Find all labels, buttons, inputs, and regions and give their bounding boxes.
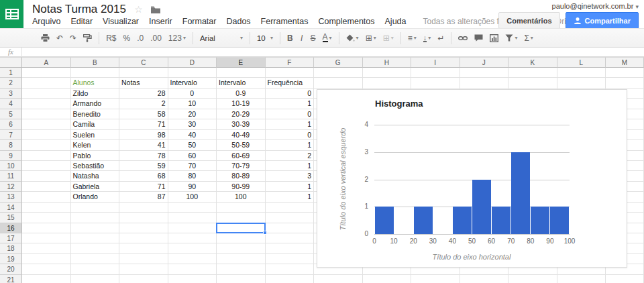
column-header-B[interactable]: B: [71, 57, 120, 68]
row-header-17[interactable]: 17: [0, 233, 22, 243]
cell-A6[interactable]: [22, 119, 71, 129]
chart-bar-0-10[interactable]: [375, 207, 394, 234]
row-header-9[interactable]: 9: [0, 151, 22, 161]
cell-D8[interactable]: 50: [168, 140, 217, 150]
cell-J1[interactable]: [460, 68, 509, 78]
sheets-logo-icon[interactable]: [0, 0, 23, 28]
merge-cells-button[interactable]: ⊞▾: [380, 32, 397, 45]
row-header-8[interactable]: 8: [0, 140, 22, 150]
row-header-21[interactable]: 21: [0, 275, 22, 283]
menu-visualizar[interactable]: Visualizar: [103, 17, 139, 26]
row-header-20[interactable]: 20: [0, 264, 22, 274]
chart-bar-90-100[interactable]: [550, 207, 569, 234]
cell-A7[interactable]: [22, 130, 71, 140]
cell-D10[interactable]: 70: [168, 161, 217, 171]
chart-bar-40-50[interactable]: [453, 207, 472, 234]
cell-C20[interactable]: [119, 264, 168, 274]
cell-J2[interactable]: [460, 78, 509, 88]
cell-F6[interactable]: 1: [266, 119, 315, 129]
cell-D4[interactable]: 10: [168, 99, 217, 109]
insert-chart-button[interactable]: [486, 32, 502, 45]
insert-link-button[interactable]: [455, 32, 471, 45]
formula-input[interactable]: [22, 48, 644, 57]
cell-B20[interactable]: [71, 264, 120, 274]
cell-C15[interactable]: [119, 213, 168, 223]
row-header-6[interactable]: 6: [0, 119, 22, 129]
row-header-11[interactable]: 11: [0, 171, 22, 181]
cell-A9[interactable]: [22, 151, 71, 161]
cell-C19[interactable]: [119, 254, 168, 264]
cell-A10[interactable]: [22, 161, 71, 171]
row-header-4[interactable]: 4: [0, 99, 22, 109]
cell-A4[interactable]: [22, 99, 71, 109]
cell-A21[interactable]: [22, 275, 71, 283]
fill-color-button[interactable]: ▾: [343, 32, 362, 45]
grid-corner[interactable]: [0, 57, 22, 68]
cell-F1[interactable]: [266, 68, 315, 78]
italic-button[interactable]: I: [297, 32, 307, 45]
column-header-D[interactable]: D: [168, 57, 217, 68]
cell-E6[interactable]: 30-39: [217, 119, 266, 129]
cell-F11[interactable]: 3: [266, 171, 315, 181]
cell-A13[interactable]: [22, 192, 71, 202]
account-menu[interactable]: paulo@qinetwork.com.br ▾: [498, 2, 639, 10]
cell-B13[interactable]: Orlando: [71, 192, 120, 202]
cell-F19[interactable]: [266, 254, 315, 264]
cell-A17[interactable]: [22, 233, 71, 243]
cell-A2[interactable]: [22, 78, 71, 88]
increase-decimal-button[interactable]: .00: [147, 32, 165, 45]
row-header-12[interactable]: 12: [0, 182, 22, 192]
cell-E3[interactable]: 0-9: [217, 89, 266, 99]
cell-A16[interactable]: [22, 223, 71, 233]
cell-A18[interactable]: [22, 243, 71, 253]
cell-B17[interactable]: [71, 233, 120, 243]
font-family-select[interactable]: Arial▾: [197, 32, 246, 45]
star-icon[interactable]: ☆: [134, 4, 143, 15]
cell-A20[interactable]: [22, 264, 71, 274]
cell-C13[interactable]: 87: [119, 192, 168, 202]
cell-E19[interactable]: [217, 254, 266, 264]
format-percent-button[interactable]: %: [119, 32, 133, 45]
cell-E9[interactable]: 60-69: [217, 151, 266, 161]
cell-M2[interactable]: [606, 78, 644, 88]
cell-F12[interactable]: 1: [266, 182, 315, 192]
cell-L21[interactable]: [557, 275, 606, 283]
cell-M21[interactable]: [606, 275, 644, 283]
format-currency-button[interactable]: R$: [103, 32, 119, 45]
horizontal-align-button[interactable]: ≡▾: [405, 32, 420, 45]
cell-B2[interactable]: Alunos: [71, 78, 120, 88]
row-header-19[interactable]: 19: [0, 254, 22, 264]
cell-B7[interactable]: Suelen: [71, 130, 120, 140]
cell-A11[interactable]: [22, 171, 71, 181]
cell-D9[interactable]: 60: [168, 151, 217, 161]
cell-B5[interactable]: Benedito: [71, 109, 120, 119]
cell-D6[interactable]: 30: [168, 119, 217, 129]
cell-D14[interactable]: [168, 203, 217, 213]
chart-bar-70-80[interactable]: [511, 152, 530, 234]
cell-E18[interactable]: [217, 243, 266, 253]
menu-editar[interactable]: Editar: [70, 17, 93, 26]
cell-F4[interactable]: 1: [266, 99, 315, 109]
row-header-14[interactable]: 14: [0, 203, 22, 213]
cell-D2[interactable]: Intervalo: [168, 78, 217, 88]
comments-button[interactable]: Comentários: [498, 12, 559, 29]
cell-H2[interactable]: [363, 78, 412, 88]
cell-F8[interactable]: 1: [266, 140, 315, 150]
cell-F16[interactable]: [266, 223, 315, 233]
text-color-button[interactable]: A▾: [319, 32, 335, 45]
cell-C5[interactable]: 58: [119, 109, 168, 119]
cell-D13[interactable]: 100: [168, 192, 217, 202]
document-title[interactable]: Notas Turma 2015: [32, 3, 126, 16]
cell-F3[interactable]: 0: [266, 89, 315, 99]
more-formats-button[interactable]: 123▾: [165, 32, 189, 45]
cell-I1[interactable]: [411, 68, 460, 78]
cell-D12[interactable]: 90: [168, 182, 217, 192]
embedded-chart[interactable]: Histograma Título do eixo vertical esque…: [317, 89, 627, 268]
cell-C7[interactable]: 98: [119, 130, 168, 140]
row-header-7[interactable]: 7: [0, 130, 22, 140]
bold-button[interactable]: B: [284, 32, 297, 45]
cell-F5[interactable]: 0: [266, 109, 315, 119]
cell-C10[interactable]: 59: [119, 161, 168, 171]
row-header-13[interactable]: 13: [0, 192, 22, 202]
cell-E4[interactable]: 10-19: [217, 99, 266, 109]
